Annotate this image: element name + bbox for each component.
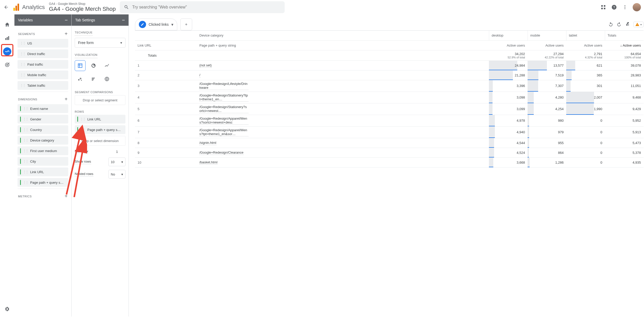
redo-icon[interactable] <box>616 22 622 27</box>
hdr-tablet[interactable]: tablet <box>566 31 605 40</box>
rows-label: ROWS <box>75 109 125 115</box>
table-row[interactable]: 2/21,2887,51936528,983 <box>135 70 643 80</box>
svg-rect-23 <box>92 80 93 81</box>
segcomp-label: SEGMENT COMPARISONS <box>75 89 125 95</box>
dimension-chip[interactable]: ⋮⋮Event name <box>18 104 68 113</box>
segments-label: SEGMENTS <box>18 32 35 36</box>
chevron-down-icon: ▾ <box>640 23 642 26</box>
segment-chip[interactable]: ⋮⋮Direct traffic <box>18 49 68 58</box>
tab-settings-panel: Tab Settings − TECHNIQUE Free form ▾ VIS… <box>72 14 129 316</box>
drag-grip-icon: ⋮⋮ <box>23 170 28 174</box>
viz-label: VISUALIZATION <box>75 51 97 58</box>
show-rows-label: Show rows <box>75 160 91 164</box>
back-button[interactable] <box>3 4 9 10</box>
add-dimension-button[interactable]: + <box>65 96 68 102</box>
svg-point-19 <box>80 78 81 80</box>
drag-grip-icon: ⋮⋮ <box>23 128 28 131</box>
chip-label: Gender <box>30 117 41 121</box>
svg-rect-22 <box>92 79 94 80</box>
dimension-chip[interactable]: ⋮⋮Country <box>18 125 68 134</box>
hdr-active-users-total[interactable]: ↓ Active users <box>605 40 643 50</box>
segment-chip[interactable]: ⋮⋮Mobile traffic <box>18 71 68 79</box>
hdr-totals[interactable]: Totals <box>605 31 643 40</box>
avatar[interactable] <box>633 3 641 11</box>
svg-point-18 <box>78 79 80 81</box>
svg-point-6 <box>624 5 625 6</box>
table-row[interactable]: 5/Google+Redesign/Stationery?sortci=newe… <box>135 103 643 115</box>
nav-advertising[interactable] <box>3 61 11 69</box>
viz-bar[interactable] <box>88 74 99 84</box>
viz-donut[interactable] <box>88 60 99 71</box>
dimension-chip[interactable]: ⋮⋮First user medium <box>18 146 68 155</box>
chevron-down-icon[interactable]: ▾ <box>171 22 173 27</box>
viz-scatter[interactable] <box>75 74 86 84</box>
add-metric-button[interactable]: + <box>65 193 68 199</box>
left-nav-rail <box>0 14 14 316</box>
help-icon[interactable]: ? <box>611 4 617 10</box>
analytics-label: Analytics <box>22 4 45 11</box>
hdr-link-url[interactable]: Link URL <box>135 40 197 50</box>
hdr-active-users-1[interactable]: Active users <box>489 40 528 50</box>
add-segment-button[interactable]: + <box>65 31 68 37</box>
logo-block: Analytics <box>13 4 45 11</box>
hdr-mobile[interactable]: mobile <box>528 31 566 40</box>
hdr-active-users-3[interactable]: Active users <box>566 40 605 50</box>
dimension-chip[interactable]: ⋮⋮Device category <box>18 136 68 145</box>
nav-home[interactable] <box>3 21 11 29</box>
property-selector[interactable]: GA4 - Google Merch Shop GA4 - Google Mer… <box>49 2 116 13</box>
segment-chip[interactable]: ⋮⋮Tablet traffic <box>18 81 68 90</box>
collapse-icon[interactable]: − <box>65 17 68 23</box>
hdr-desktop[interactable]: desktop <box>489 31 528 40</box>
nested-rows-select[interactable]: No▾ <box>108 170 125 179</box>
chip-label: Link URL <box>87 117 101 121</box>
table-row[interactable]: 6/Google+Redesign/Apparel/Mens?sortci=ne… <box>135 115 643 126</box>
chip-label: Country <box>30 128 42 132</box>
table-row[interactable]: 8/signin.html4,54495505,473 <box>135 138 643 148</box>
nav-admin[interactable] <box>4 306 10 312</box>
tab-clicked-links[interactable]: Clicked links ▾ <box>135 19 177 30</box>
technique-dropdown[interactable]: Free form ▾ <box>75 38 125 48</box>
arrow-left-icon <box>4 5 9 10</box>
add-tab-button[interactable]: + <box>180 19 192 30</box>
dimension-chip[interactable]: ⋮⋮Link URL <box>18 168 68 176</box>
segment-chip[interactable]: ⋮⋮US <box>18 39 68 48</box>
hdr-active-users-2[interactable]: Active users <box>528 40 566 50</box>
row-chip[interactable]: ⋮⋮Page path + query s… <box>75 125 125 134</box>
table-row[interactable]: 3/Google+Redesign/Lifestyle/Drinkware3,3… <box>135 80 643 92</box>
svg-rect-11 <box>8 36 9 40</box>
hdr-device-category[interactable]: Device category <box>197 31 489 40</box>
rows-dropzone[interactable]: Drop or select dimension <box>75 136 125 146</box>
start-row-label: Start row <box>75 149 88 154</box>
svg-point-8 <box>624 8 625 9</box>
more-vert-icon[interactable] <box>622 4 628 10</box>
viz-line[interactable] <box>101 60 112 71</box>
dimension-chip[interactable]: ⋮⋮Gender <box>18 115 68 124</box>
apps-icon[interactable] <box>600 4 606 10</box>
table-row[interactable]: 4/Google+Redesign/Stationery?tpt=theme1_… <box>135 92 643 103</box>
table-row[interactable]: 9/Google+Redesign/Clearance4,52486405,37… <box>135 148 643 157</box>
chip-label: Direct traffic <box>27 52 45 56</box>
undo-icon[interactable] <box>608 22 613 27</box>
segment-chip[interactable]: ⋮⋮Paid traffic <box>18 60 68 69</box>
table-row[interactable]: 7/Google+Redesign/Apparel/Mens?tpt=theme… <box>135 126 643 138</box>
exploration-canvas: Clicked links ▾ + ▾ Device category desk… <box>129 14 644 316</box>
sampling-warning[interactable]: ▾ <box>633 22 643 27</box>
viz-table[interactable] <box>75 60 86 71</box>
table-row[interactable]: 10/basket.html3,6681,28604,935 <box>135 157 643 167</box>
segcomp-dropzone[interactable]: Drop or select segment <box>75 95 125 105</box>
row-chip[interactable]: ⋮⋮Link URL <box>75 115 125 124</box>
collapse-icon[interactable]: − <box>122 17 125 23</box>
dimension-chip[interactable]: ⋮⋮City <box>18 157 68 166</box>
table-row[interactable]: 1(not set)24,98413,57762139,078 <box>135 60 643 70</box>
show-rows-select[interactable]: 10▾ <box>108 157 125 166</box>
search-bar[interactable] <box>120 1 285 13</box>
search-input[interactable] <box>132 5 281 10</box>
share-icon[interactable] <box>625 22 630 27</box>
start-row-value[interactable]: 1 <box>108 150 125 154</box>
variables-title: Variables <box>18 18 33 22</box>
hdr-page-path[interactable]: Page path + query string <box>197 40 489 50</box>
viz-geo[interactable] <box>101 74 112 84</box>
nav-reports[interactable] <box>3 34 11 42</box>
chip-label: Page path + query s… <box>30 181 64 184</box>
dimension-chip[interactable]: ⋮⋮Page path + query s… <box>18 178 68 187</box>
